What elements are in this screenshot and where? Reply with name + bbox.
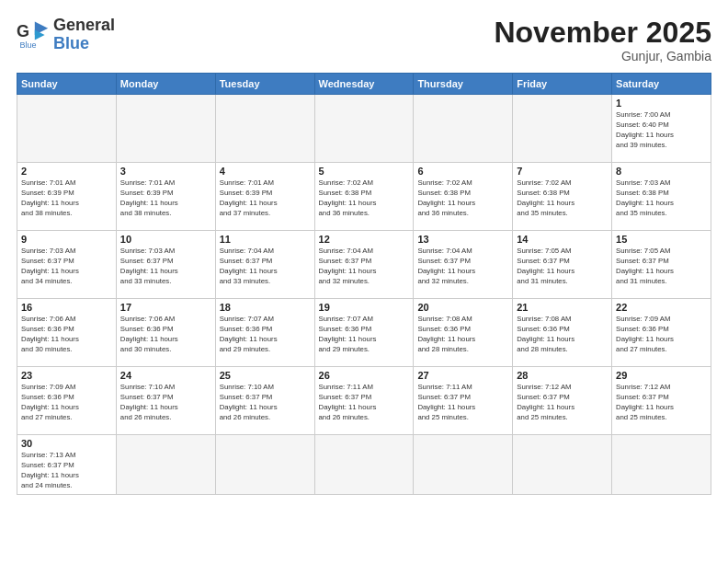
day-info: Sunrise: 7:02 AM Sunset: 6:38 PM Dayligh… xyxy=(417,178,508,219)
day-number: 2 xyxy=(21,166,112,177)
calendar-cell: 2Sunrise: 7:01 AM Sunset: 6:39 PM Daylig… xyxy=(17,163,117,231)
day-info: Sunrise: 7:03 AM Sunset: 6:38 PM Dayligh… xyxy=(616,178,707,219)
day-number: 11 xyxy=(220,234,311,245)
day-number: 23 xyxy=(21,370,112,381)
calendar-cell: 9Sunrise: 7:03 AM Sunset: 6:37 PM Daylig… xyxy=(17,231,117,299)
calendar-cell: 8Sunrise: 7:03 AM Sunset: 6:38 PM Daylig… xyxy=(612,163,711,231)
header: G Blue General Blue November 2025 Gunjur… xyxy=(17,17,711,63)
calendar-cell: 1Sunrise: 7:00 AM Sunset: 6:40 PM Daylig… xyxy=(612,95,711,163)
calendar-cell: 13Sunrise: 7:04 AM Sunset: 6:37 PM Dayli… xyxy=(414,231,513,299)
calendar-cell: 18Sunrise: 7:07 AM Sunset: 6:36 PM Dayli… xyxy=(215,299,314,367)
calendar-cell: 28Sunrise: 7:12 AM Sunset: 6:37 PM Dayli… xyxy=(513,367,612,435)
day-number: 19 xyxy=(319,302,410,313)
day-number: 30 xyxy=(21,438,112,449)
day-number: 10 xyxy=(120,234,211,245)
calendar-cell: 23Sunrise: 7:09 AM Sunset: 6:36 PM Dayli… xyxy=(17,367,117,435)
calendar-table: SundayMondayTuesdayWednesdayThursdayFrid… xyxy=(17,73,711,495)
day-number: 18 xyxy=(220,302,311,313)
calendar-week-2: 2Sunrise: 7:01 AM Sunset: 6:39 PM Daylig… xyxy=(17,163,711,231)
day-info: Sunrise: 7:04 AM Sunset: 6:37 PM Dayligh… xyxy=(220,247,311,287)
day-info: Sunrise: 7:07 AM Sunset: 6:36 PM Dayligh… xyxy=(319,315,410,355)
calendar-cell: 21Sunrise: 7:08 AM Sunset: 6:36 PM Dayli… xyxy=(513,299,612,367)
calendar-cell: 29Sunrise: 7:12 AM Sunset: 6:37 PM Dayli… xyxy=(612,367,711,435)
calendar-cell xyxy=(314,435,414,495)
day-info: Sunrise: 7:01 AM Sunset: 6:39 PM Dayligh… xyxy=(220,178,311,219)
calendar-cell: 16Sunrise: 7:06 AM Sunset: 6:36 PM Dayli… xyxy=(17,299,117,367)
logo-text: General Blue xyxy=(53,17,115,53)
day-info: Sunrise: 7:10 AM Sunset: 6:37 PM Dayligh… xyxy=(220,383,311,423)
day-number: 20 xyxy=(417,302,508,313)
day-number: 12 xyxy=(319,234,410,245)
day-info: Sunrise: 7:13 AM Sunset: 6:37 PM Dayligh… xyxy=(21,451,112,491)
day-number: 29 xyxy=(616,370,707,381)
title-block: November 2025 Gunjur, Gambia xyxy=(494,17,711,63)
calendar-cell: 22Sunrise: 7:09 AM Sunset: 6:36 PM Dayli… xyxy=(612,299,711,367)
day-info: Sunrise: 7:03 AM Sunset: 6:37 PM Dayligh… xyxy=(21,247,112,287)
day-number: 25 xyxy=(220,370,311,381)
day-info: Sunrise: 7:04 AM Sunset: 6:37 PM Dayligh… xyxy=(319,247,410,287)
day-number: 22 xyxy=(616,302,707,313)
day-info: Sunrise: 7:12 AM Sunset: 6:37 PM Dayligh… xyxy=(616,383,707,423)
calendar-cell: 17Sunrise: 7:06 AM Sunset: 6:36 PM Dayli… xyxy=(116,299,215,367)
day-info: Sunrise: 7:05 AM Sunset: 6:37 PM Dayligh… xyxy=(517,247,608,287)
weekday-monday: Monday xyxy=(116,74,215,95)
calendar-cell: 15Sunrise: 7:05 AM Sunset: 6:37 PM Dayli… xyxy=(612,231,711,299)
day-info: Sunrise: 7:04 AM Sunset: 6:37 PM Dayligh… xyxy=(417,247,508,287)
calendar-cell xyxy=(116,435,215,495)
page: G Blue General Blue November 2025 Gunjur… xyxy=(0,0,728,563)
calendar-cell: 27Sunrise: 7:11 AM Sunset: 6:37 PM Dayli… xyxy=(414,367,513,435)
calendar-cell: 10Sunrise: 7:03 AM Sunset: 6:37 PM Dayli… xyxy=(116,231,215,299)
calendar-cell xyxy=(612,435,711,495)
day-number: 16 xyxy=(21,302,112,313)
calendar-cell xyxy=(314,95,414,163)
calendar-cell xyxy=(215,435,314,495)
calendar-cell: 25Sunrise: 7:10 AM Sunset: 6:37 PM Dayli… xyxy=(215,367,314,435)
calendar-cell: 26Sunrise: 7:11 AM Sunset: 6:37 PM Dayli… xyxy=(314,367,414,435)
day-info: Sunrise: 7:08 AM Sunset: 6:36 PM Dayligh… xyxy=(517,315,608,355)
calendar-cell xyxy=(513,435,612,495)
day-number: 15 xyxy=(616,234,707,245)
day-info: Sunrise: 7:06 AM Sunset: 6:36 PM Dayligh… xyxy=(21,315,112,355)
calendar-cell: 4Sunrise: 7:01 AM Sunset: 6:39 PM Daylig… xyxy=(215,163,314,231)
calendar-cell xyxy=(215,95,314,163)
calendar-cell xyxy=(414,435,513,495)
calendar-body: 1Sunrise: 7:00 AM Sunset: 6:40 PM Daylig… xyxy=(17,95,711,495)
day-info: Sunrise: 7:03 AM Sunset: 6:37 PM Dayligh… xyxy=(120,247,211,287)
month-title: November 2025 xyxy=(494,17,711,49)
day-number: 17 xyxy=(120,302,211,313)
day-number: 9 xyxy=(21,234,112,245)
calendar-week-5: 23Sunrise: 7:09 AM Sunset: 6:36 PM Dayli… xyxy=(17,367,711,435)
day-number: 7 xyxy=(517,166,608,177)
day-info: Sunrise: 7:10 AM Sunset: 6:37 PM Dayligh… xyxy=(120,383,211,423)
weekday-thursday: Thursday xyxy=(414,74,513,95)
calendar-week-6: 30Sunrise: 7:13 AM Sunset: 6:37 PM Dayli… xyxy=(17,435,711,495)
calendar-cell xyxy=(116,95,215,163)
logo: G Blue General Blue xyxy=(17,17,115,53)
calendar-cell: 6Sunrise: 7:02 AM Sunset: 6:38 PM Daylig… xyxy=(414,163,513,231)
calendar-week-1: 1Sunrise: 7:00 AM Sunset: 6:40 PM Daylig… xyxy=(17,95,711,163)
weekday-saturday: Saturday xyxy=(612,74,711,95)
day-info: Sunrise: 7:07 AM Sunset: 6:36 PM Dayligh… xyxy=(220,315,311,355)
calendar-header: SundayMondayTuesdayWednesdayThursdayFrid… xyxy=(17,74,711,95)
day-number: 24 xyxy=(120,370,211,381)
day-info: Sunrise: 7:05 AM Sunset: 6:37 PM Dayligh… xyxy=(616,247,707,287)
calendar-cell: 30Sunrise: 7:13 AM Sunset: 6:37 PM Dayli… xyxy=(17,435,117,495)
day-info: Sunrise: 7:00 AM Sunset: 6:40 PM Dayligh… xyxy=(616,110,707,151)
day-number: 27 xyxy=(417,370,508,381)
day-info: Sunrise: 7:11 AM Sunset: 6:37 PM Dayligh… xyxy=(319,383,410,423)
weekday-friday: Friday xyxy=(513,74,612,95)
calendar-cell: 11Sunrise: 7:04 AM Sunset: 6:37 PM Dayli… xyxy=(215,231,314,299)
day-info: Sunrise: 7:09 AM Sunset: 6:36 PM Dayligh… xyxy=(616,315,707,355)
calendar-week-4: 16Sunrise: 7:06 AM Sunset: 6:36 PM Dayli… xyxy=(17,299,711,367)
logo-icon: G Blue xyxy=(17,18,50,52)
day-number: 3 xyxy=(120,166,211,177)
day-info: Sunrise: 7:09 AM Sunset: 6:36 PM Dayligh… xyxy=(21,383,112,423)
day-info: Sunrise: 7:08 AM Sunset: 6:36 PM Dayligh… xyxy=(417,315,508,355)
day-number: 13 xyxy=(417,234,508,245)
day-info: Sunrise: 7:12 AM Sunset: 6:37 PM Dayligh… xyxy=(517,383,608,423)
calendar-cell: 14Sunrise: 7:05 AM Sunset: 6:37 PM Dayli… xyxy=(513,231,612,299)
calendar-cell xyxy=(17,95,117,163)
day-info: Sunrise: 7:11 AM Sunset: 6:37 PM Dayligh… xyxy=(417,383,508,423)
day-info: Sunrise: 7:02 AM Sunset: 6:38 PM Dayligh… xyxy=(319,178,410,219)
calendar-cell xyxy=(414,95,513,163)
